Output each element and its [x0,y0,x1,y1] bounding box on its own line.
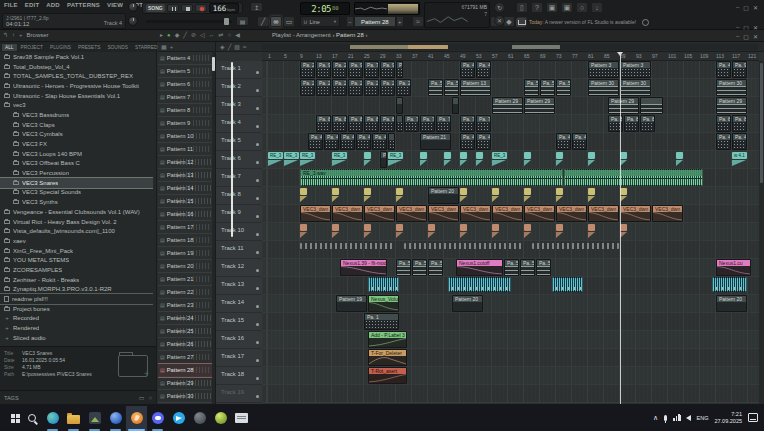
telegram-icon[interactable] [168,406,189,431]
clip[interactable]: Pa. 2 [348,79,363,96]
clip[interactable]: Pa. 7 [364,61,379,78]
volume-icon[interactable] [686,415,691,421]
clip[interactable]: Pattern 20 [428,187,459,204]
clip[interactable] [460,224,467,231]
track-header[interactable]: Track 14 [216,295,262,313]
clip[interactable]: Pattern 19 [336,295,367,312]
clip[interactable] [300,224,307,231]
draw-tool-icon[interactable]: ╱ [228,43,232,50]
clip[interactable] [524,224,531,231]
add-pattern-icon[interactable]: + [170,44,174,50]
pattern-item[interactable]: ▤Pattern 16 [158,208,212,221]
clip[interactable] [396,97,403,114]
back-icon[interactable]: ↰ [3,31,8,38]
pattern-item[interactable]: ▤Pattern 7 [158,91,212,104]
clip[interactable]: T-Rot_asert [368,367,407,384]
pattern-item[interactable]: ▤Pattern 30 [158,390,212,403]
pattern-next-button[interactable]: + [396,16,404,27]
track-header[interactable]: Track 13 [216,277,262,295]
clip[interactable]: Pattern 20 [716,295,747,312]
track-header[interactable]: Track 5 [216,133,262,151]
typing-keyboard-icon[interactable]: ▭ [283,16,295,27]
clip[interactable]: Pattern 20 [452,295,483,312]
clip[interactable] [300,243,395,249]
browser-item[interactable]: +Recorded [0,314,153,324]
main-pitch-knob[interactable] [128,16,138,26]
clip[interactable]: Pattern 21 [420,133,451,150]
mic-icon[interactable]: ▯ [516,2,528,13]
browser-item[interactable]: XinG_Free_Mini_Pack [0,246,153,256]
clip[interactable] [300,188,307,195]
clip[interactable]: Pa..5 [536,259,551,276]
pattern-item[interactable]: ▤Pattern 20 [158,260,212,273]
clip[interactable] [556,188,563,195]
clip[interactable] [620,188,627,195]
clip[interactable] [556,224,563,231]
track-lane[interactable]: T-For_Deleter [262,349,759,367]
clip[interactable] [556,152,563,159]
r3-pencil-icon[interactable]: ╱ [183,31,187,38]
r3-h-arrows-icon[interactable]: ↔ [209,32,215,38]
browser-item[interactable]: YOU METAL STEMS [0,255,153,265]
browser-item[interactable]: VEC3 Loops 140 BPM [0,149,153,159]
clip[interactable]: Pa. 4 [732,133,747,150]
clip[interactable] [620,152,627,159]
clip[interactable]: Pa. 4 [716,133,731,150]
history-icon[interactable]: ○ [576,2,588,13]
restore-button[interactable]: ▢ [743,4,749,11]
browser-item[interactable]: VEC3 Offbeat Bass C [0,159,153,169]
clip[interactable]: Pa. 2 [332,79,347,96]
clip[interactable] [676,152,683,159]
clip[interactable] [396,224,403,231]
track-mute-dot[interactable] [256,215,259,218]
browser-item[interactable]: VEC3 Synths [0,197,153,207]
link-tool-icon[interactable]: ∞ [270,16,282,27]
menu-add[interactable]: ADD [46,2,60,8]
clip[interactable]: Pa..5 [428,79,443,96]
track-header[interactable]: Track 16 [216,331,262,349]
track-lane[interactable]: Pa. 8Pa. 8Pa. 8Pa. 8Pa. 8Pa. 7Pa. 7Pa. 7… [262,115,759,133]
clip[interactable]: Nexus1.cu [716,259,751,276]
track-mute-dot[interactable] [256,287,259,290]
browser-tab-all[interactable]: ALL [2,44,17,51]
clip[interactable]: Pa. 2 [332,61,347,78]
track-header[interactable]: Track 1 [216,61,262,79]
pattern-item[interactable]: ▤Pattern 24 [158,312,212,325]
clip[interactable]: Pattern 29 [492,97,523,114]
menu-patterns[interactable]: PATTERNS [67,2,100,8]
clip[interactable]: Pattern 3 [588,61,619,78]
overdub-button[interactable]: ↥ [250,2,263,12]
clip[interactable]: Pattern 13 [460,79,491,96]
pattern-item[interactable]: ▤Pattern 25 [158,325,212,338]
menu-file[interactable]: FILE [4,2,18,8]
restore-button[interactable]: ▢ [743,33,749,40]
clip[interactable]: Pa. 9 [380,61,395,78]
track-lane[interactable]: Pa. 2Pa. 2Pa. 2Pa. 2Pa. 2Pa. 2Pa. 2Pa..5… [262,79,759,97]
clip[interactable]: Pa. 4 [308,133,323,150]
clip[interactable]: Pa. 4 [556,133,571,150]
clip[interactable]: Pa. 8 [732,115,747,132]
clip[interactable]: Pa..5 [520,259,535,276]
pattern-item[interactable]: ▤Pattern 21 [158,273,212,286]
clip[interactable]: Pa. 9 [316,61,331,78]
clip[interactable] [620,224,627,231]
clip[interactable]: Pa. 2 [380,151,387,168]
pattern-item[interactable]: ▤Pattern 27 [158,351,212,364]
clip[interactable]: Pa. 7 [476,115,491,132]
clip[interactable]: VEC3_dwn 23.wav [492,205,523,222]
track-mute-dot[interactable] [256,179,259,182]
clip[interactable]: Pa. 2 [396,79,411,96]
track-lane[interactable]: Pattern 29Pattern 29Pattern 29Pattern 29 [262,97,759,115]
gray-app-icon[interactable] [189,406,210,431]
r3-metronome-icon[interactable]: ◆ [175,31,180,38]
clip[interactable]: Pa..5 [444,79,459,96]
track-lane[interactable] [262,277,759,295]
pattern-item[interactable]: ▤Pattern 13 [158,169,212,182]
track-header[interactable]: Track 4 [216,115,262,133]
clip[interactable] [448,277,511,292]
browser-item[interactable]: VEC3 Snares [0,178,153,188]
clip[interactable] [460,152,467,159]
track-header[interactable]: Track 19 [216,385,262,403]
track-mute-dot[interactable] [256,89,259,92]
clip[interactable]: VEC3_dwn 23.wav [300,205,331,222]
